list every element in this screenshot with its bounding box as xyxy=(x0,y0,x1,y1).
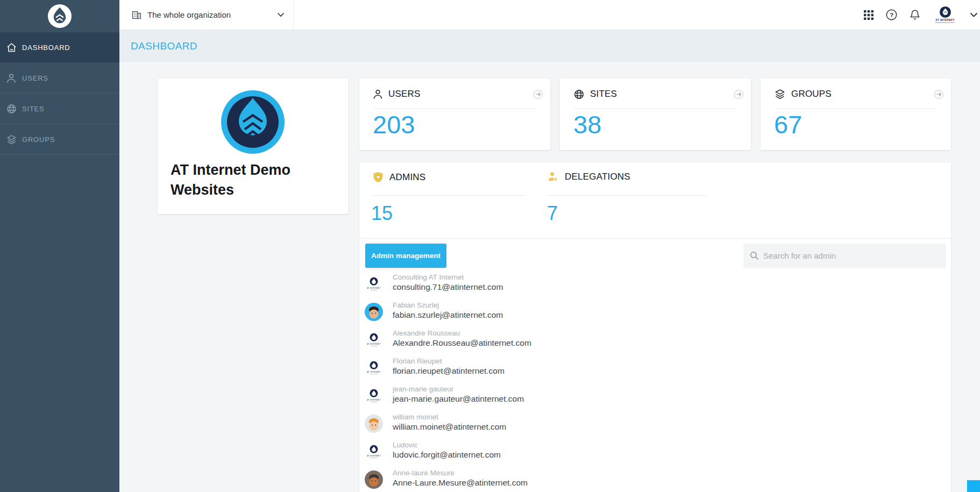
divider xyxy=(373,108,536,109)
users-card-link[interactable] xyxy=(534,90,543,99)
admin-list-item[interactable]: AT INTERNETAlexandre RousseauAlexandre.R… xyxy=(364,330,655,358)
breadcrumb[interactable]: DASHBOARD xyxy=(131,40,197,52)
admin-management-panel: Admin management AT INTERNETConsulting A… xyxy=(359,238,951,492)
users-stat-header: USERS xyxy=(373,89,421,99)
sites-stat-header: SITES xyxy=(574,89,617,99)
sidebar-item-dashboard[interactable]: DASHBOARD xyxy=(0,32,119,63)
admin-list-item[interactable]: william moinetwilliam.moinet@atinternet.… xyxy=(364,414,655,442)
delegations-count: 7 xyxy=(547,204,558,223)
sidebar-nav: DASHBOARD USERS SITES xyxy=(0,32,119,155)
admin-list-item[interactable]: AT INTERNETLudovicludovic.forgit@atinter… xyxy=(364,442,655,470)
avatar-atinternet-logo: AT INTERNET xyxy=(365,443,383,461)
admins-column: ADMINS 15 xyxy=(359,162,537,238)
avatar-atinternet-logo: AT INTERNET xyxy=(365,387,383,405)
main-content: AT Internet Demo Websites USERS 203 xyxy=(119,62,980,492)
shield-star-icon xyxy=(373,172,384,183)
admin-list-item[interactable]: AT INTERNETConsulting AT Internetconsult… xyxy=(364,274,655,302)
app-window: DASHBOARD USERS SITES xyxy=(0,0,980,492)
admin-name: Ludovic xyxy=(393,441,418,449)
apps-grid-button[interactable] xyxy=(864,10,874,20)
admin-email: fabian.szurlej@atinternet.com xyxy=(393,310,503,320)
admins-count: 15 xyxy=(371,204,393,223)
search-icon xyxy=(750,251,759,260)
groups-stat-card: GROUPS 67 xyxy=(761,79,951,150)
sidebar: DASHBOARD USERS SITES xyxy=(0,0,119,492)
admin-email: consulting.71@atinternet.com xyxy=(393,282,503,292)
sidebar-item-label: GROUPS xyxy=(22,136,55,144)
avatar-photo xyxy=(365,303,383,321)
chevron-down-icon xyxy=(970,12,978,17)
delegations-column: DELEGATIONS 7 xyxy=(534,162,749,238)
sidebar-item-label: USERS xyxy=(22,74,48,82)
organization-selector[interactable]: The whole organization xyxy=(119,0,294,30)
globe-icon xyxy=(6,103,17,114)
sidebar-item-users[interactable]: USERS xyxy=(0,63,119,94)
layers-icon xyxy=(775,89,785,99)
sidebar-item-sites[interactable]: SITES xyxy=(0,94,119,124)
avatar-photo xyxy=(365,470,383,489)
atinternet-leaf-logo xyxy=(221,90,285,154)
admin-email: william.moinet@atinternet.com xyxy=(393,422,506,432)
breadcrumb-bar: DASHBOARD xyxy=(119,30,980,62)
notifications-button[interactable] xyxy=(910,9,920,20)
stat-label: ADMINS xyxy=(389,172,425,183)
admin-management-button[interactable]: Admin management xyxy=(365,244,446,268)
admin-email: florian.rieupet@atinternet.com xyxy=(393,366,505,376)
help-icon: ? xyxy=(886,9,897,20)
admins-header: ADMINS xyxy=(373,172,425,183)
admin-email: Alexandre.Rousseau@atinternet.com xyxy=(393,338,531,348)
divider xyxy=(546,195,706,196)
chevron-down-icon xyxy=(277,12,285,17)
admin-name: william moinet xyxy=(393,413,438,421)
admin-search-input[interactable] xyxy=(763,244,946,268)
avatar-atinternet-logo: AT INTERNET xyxy=(365,359,383,377)
sidebar-item-label: DASHBOARD xyxy=(22,44,70,52)
svg-text:AT INTERNET: AT INTERNET xyxy=(367,371,380,373)
svg-text:AT INTERNET: AT INTERNET xyxy=(367,399,380,401)
account-menu[interactable]: AT INTERNET xyxy=(933,6,957,24)
groups-count: 67 xyxy=(774,112,802,137)
help-button[interactable]: ? xyxy=(886,9,897,20)
divider xyxy=(371,195,525,196)
sidebar-item-groups[interactable]: GROUPS xyxy=(0,124,119,155)
atinternet-leaf-logo-icon xyxy=(48,4,72,28)
admin-email: ludovic.forgit@atinternet.com xyxy=(393,450,501,460)
stat-label: DELEGATIONS xyxy=(565,172,630,182)
admins-delegations-card: ADMINS 15 DELEGATIONS xyxy=(359,162,951,238)
sidebar-item-label: SITES xyxy=(22,105,45,113)
organization-selector-label: The whole organization xyxy=(147,10,231,19)
account-chevron-button[interactable] xyxy=(970,12,978,17)
divider xyxy=(574,108,737,109)
groups-card-link[interactable] xyxy=(934,90,943,99)
atinternet-logo-avatar xyxy=(940,6,951,18)
admin-email: jean-marie.gauteur@atinternet.com xyxy=(393,394,524,404)
svg-text:AT INTERNET: AT INTERNET xyxy=(367,455,380,457)
admin-list-item[interactable]: AT INTERNETFlorian Rieupetflorian.rieupe… xyxy=(364,358,655,386)
avatar-atinternet-logo: AT INTERNET xyxy=(365,275,383,293)
sites-card-link[interactable] xyxy=(734,90,743,99)
sites-stat-card: SITES 38 xyxy=(560,79,751,150)
scrollbar-corner[interactable] xyxy=(967,480,980,492)
admin-list-item[interactable]: Anne-laure MesureAnne-Laure.Mesure@atint… xyxy=(364,470,655,492)
admin-name: Alexandre Rousseau xyxy=(393,329,460,337)
svg-text:AT INTERNET: AT INTERNET xyxy=(367,343,380,345)
notifications-bell-icon xyxy=(910,9,920,20)
admin-name: jean-marie gauteur xyxy=(393,385,453,393)
admin-list: AT INTERNETConsulting AT Internetconsult… xyxy=(364,274,655,492)
globe-icon xyxy=(574,89,584,99)
svg-text:?: ? xyxy=(890,12,893,18)
stat-label: GROUPS xyxy=(791,89,832,99)
admin-list-item[interactable]: Fabian Szurlejfabian.szurlej@atinternet.… xyxy=(364,302,655,330)
admin-name: Fabian Szurlej xyxy=(393,301,439,309)
sidebar-logo[interactable] xyxy=(0,0,119,32)
users-count: 203 xyxy=(373,112,415,137)
topbar: The whole organization xyxy=(119,0,980,30)
topbar-actions: ? xyxy=(864,0,978,30)
stat-label: SITES xyxy=(590,89,617,99)
admin-name: Florian Rieupet xyxy=(393,357,442,365)
groups-stat-header: GROUPS xyxy=(775,89,832,99)
admin-email: Anne-Laure.Mesure@atinternet.com xyxy=(393,478,528,488)
admin-list-item[interactable]: AT INTERNETjean-marie gauteurjean-marie.… xyxy=(364,386,655,414)
user-icon xyxy=(6,73,17,83)
stat-label: USERS xyxy=(388,89,421,99)
